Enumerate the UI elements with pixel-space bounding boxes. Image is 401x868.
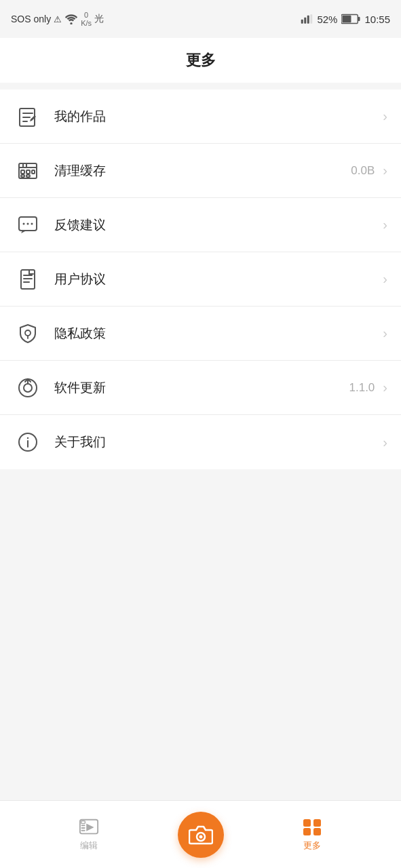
- signal-icon: [301, 14, 313, 24]
- battery-percent: 52%: [317, 14, 337, 25]
- time: 10:55: [364, 14, 390, 25]
- nav-edit-label: 编辑: [80, 840, 98, 852]
- chevron-icon: ›: [383, 108, 387, 124]
- edit-icon: [79, 818, 99, 837]
- svg-rect-48: [313, 828, 321, 835]
- menu-value-clear-cache: 0.0B: [351, 164, 375, 178]
- warning-icon: ⚠: [54, 14, 62, 24]
- battery-icon: [341, 14, 360, 24]
- info-icon: [14, 428, 42, 456]
- svg-point-32: [24, 384, 32, 392]
- svg-rect-40: [81, 825, 85, 826]
- nav-camera-button[interactable]: [178, 812, 224, 858]
- svg-rect-7: [343, 16, 351, 22]
- menu-label-privacy-policy: 隐私政策: [54, 325, 380, 342]
- menu-item-feedback[interactable]: 反馈建议 ›: [0, 198, 401, 252]
- nav-more-label: 更多: [303, 840, 321, 852]
- update-icon: [14, 374, 42, 402]
- svg-point-22: [23, 222, 25, 224]
- data-icon: 光: [94, 13, 104, 25]
- svg-rect-6: [358, 17, 360, 22]
- svg-point-44: [199, 835, 202, 838]
- sos-text: SOS only: [11, 14, 51, 24]
- svg-rect-42: [81, 829, 85, 831]
- chevron-icon: ›: [383, 435, 387, 450]
- svg-rect-20: [26, 175, 30, 177]
- more-icon: [302, 818, 322, 837]
- menu-item-user-agreement[interactable]: 用户协议 ›: [0, 252, 401, 307]
- svg-rect-18: [32, 170, 35, 174]
- chevron-icon: ›: [383, 163, 387, 178]
- doc-icon: [14, 265, 42, 294]
- menu-list: 我的作品 › 清理缓存 0.0B › 反馈建议: [0, 90, 401, 469]
- menu-label-user-agreement: 用户协议: [54, 271, 380, 288]
- svg-rect-17: [26, 170, 30, 174]
- menu-item-software-update[interactable]: 软件更新 1.1.0 ›: [0, 361, 401, 415]
- network-speed: 0K/s: [81, 11, 92, 27]
- svg-point-24: [31, 222, 33, 224]
- menu-label-about-us: 关于我们: [54, 433, 380, 451]
- svg-rect-41: [81, 827, 85, 829]
- menu-item-privacy-policy[interactable]: 隐私政策 ›: [0, 307, 401, 361]
- menu-item-clear-cache[interactable]: 清理缓存 0.0B ›: [0, 144, 401, 198]
- shield-icon: [14, 319, 42, 348]
- chevron-icon: ›: [383, 380, 387, 395]
- svg-rect-47: [303, 828, 311, 835]
- nav-more[interactable]: 更多: [224, 818, 402, 852]
- svg-rect-1: [301, 20, 303, 24]
- page-header: 更多: [0, 38, 401, 83]
- status-bar: SOS only ⚠ 0K/s 光 52% 10:55: [0, 0, 401, 38]
- status-right: 52% 10:55: [301, 14, 390, 25]
- svg-marker-38: [86, 823, 94, 831]
- svg-rect-16: [21, 170, 24, 174]
- wifi-icon: [64, 14, 78, 24]
- menu-label-clear-cache: 清理缓存: [54, 162, 351, 180]
- menu-item-my-works[interactable]: 我的作品 ›: [0, 90, 401, 144]
- menu-label-feedback: 反馈建议: [54, 216, 380, 234]
- menu-value-software-update: 1.1.0: [349, 381, 375, 395]
- svg-rect-39: [81, 821, 85, 823]
- svg-rect-3: [307, 16, 309, 24]
- svg-rect-45: [303, 819, 311, 827]
- menu-item-about-us[interactable]: 关于我们 ›: [0, 415, 401, 469]
- svg-point-36: [27, 437, 28, 439]
- nav-edit[interactable]: 编辑: [0, 818, 178, 852]
- svg-rect-19: [21, 175, 24, 177]
- cache-icon: [14, 157, 42, 185]
- chevron-icon: ›: [383, 271, 387, 287]
- edit-icon: [14, 102, 42, 131]
- chevron-icon: ›: [383, 217, 387, 233]
- svg-rect-2: [305, 18, 307, 24]
- menu-label-software-update: 软件更新: [54, 379, 349, 397]
- feedback-icon: [14, 211, 42, 239]
- svg-rect-4: [311, 14, 313, 24]
- camera-icon: [189, 823, 213, 847]
- bottom-nav: 编辑 更多: [0, 800, 401, 868]
- svg-point-29: [25, 330, 31, 336]
- svg-rect-46: [313, 819, 321, 827]
- status-left: SOS only ⚠ 0K/s 光: [11, 11, 104, 27]
- menu-label-my-works: 我的作品: [54, 108, 380, 125]
- svg-point-23: [27, 222, 29, 224]
- svg-point-0: [70, 22, 72, 24]
- page-title: 更多: [186, 52, 216, 68]
- chevron-icon: ›: [383, 326, 387, 341]
